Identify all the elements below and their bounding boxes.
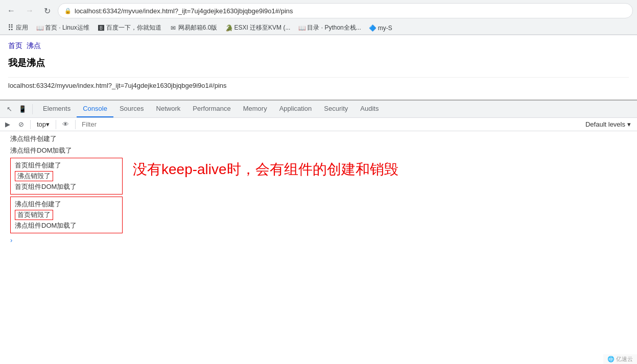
tab-network[interactable]: Network <box>150 101 187 117</box>
prompt-icon: › <box>10 236 12 244</box>
tab-audits[interactable]: Audits <box>354 101 385 117</box>
page-title: 我是沸点 <box>8 57 629 69</box>
my-icon: 🔷 <box>369 25 376 32</box>
toolbar-separator-2 <box>56 120 56 129</box>
tab-security[interactable]: Security <box>318 101 354 117</box>
bookmark-esxi[interactable]: 🐊 ESXI 迁移至KVM (... <box>222 22 293 33</box>
tab-memory[interactable]: Memory <box>237 101 273 117</box>
bookmark-esxi-label: ESXI 迁移至KVM (... <box>234 23 290 32</box>
email-icon: ✉ <box>170 25 177 32</box>
console-line-2: 沸点组件DOM加载了 <box>0 145 637 157</box>
python-book-icon: 📖 <box>298 25 305 32</box>
devtools-icon-group: ↖ 📱 <box>2 102 37 116</box>
group1-boxed-1: 沸点销毁了 <box>15 171 53 181</box>
browser-chrome: localhost:63342/myvue/index.html?_ijt=7u… <box>0 0 637 35</box>
tab-application[interactable]: Application <box>273 101 318 117</box>
play-icon: ▶ <box>5 120 10 128</box>
group1-line-1: 首页组件创建了 <box>15 160 118 171</box>
toolbar-separator-1 <box>30 120 31 129</box>
context-chevron: ▾ <box>46 120 50 128</box>
levels-label: Default levels <box>585 120 625 128</box>
back-icon <box>7 6 15 15</box>
device-toggle-button[interactable]: 📱 <box>16 104 29 114</box>
toolbar-separator-3 <box>75 120 76 129</box>
annotation-text: 没有keep-alive时，会有组件的创建和销毁 <box>133 160 398 179</box>
bookmark-python-label: 目录 · Python全栈... <box>307 23 361 32</box>
devtools-tabs: Elements Console Sources Network Perform… <box>37 101 635 117</box>
url-display: localhost:63342/myvue/index.html?_ijt=7u… <box>8 77 629 93</box>
tab-sources[interactable]: Sources <box>113 101 150 117</box>
page-content: 首页 沸点 我是沸点 localhost:63342/myvue/index.h… <box>0 35 637 100</box>
bookmark-email-label: 网易邮箱6.0版 <box>178 23 218 32</box>
lock-icon <box>64 7 72 14</box>
tab-separator <box>32 104 33 114</box>
inspect-icon: ↖ <box>7 105 12 113</box>
address-bar[interactable]: localhost:63342/myvue/index.html?_ijt=7u… <box>58 3 633 18</box>
bookmark-email[interactable]: ✉ 网易邮箱6.0版 <box>167 22 221 33</box>
context-label: top <box>37 120 46 128</box>
breadcrumb-home[interactable]: 首页 <box>8 41 22 51</box>
address-text: localhost:63342/myvue/index.html?_ijt=7u… <box>75 7 626 15</box>
bookmark-my-s[interactable]: 🔷 my-S <box>366 23 395 33</box>
bookmark-home-linux[interactable]: 📖 首页 · Linux运维 <box>33 22 92 33</box>
tab-performance[interactable]: Performance <box>186 101 237 117</box>
bookmark-my-s-label: my-S <box>378 25 392 32</box>
clear-console-button[interactable]: ▶ <box>2 119 13 130</box>
console-toolbar: ▶ ⊘ top ▾ 👁 Default levels ▾ <box>0 118 637 131</box>
footer: 🌐 亿速云 <box>603 354 637 364</box>
stop-icon: ⊘ <box>18 120 24 128</box>
group2-line-2: 首页销毁了 <box>15 209 118 221</box>
filter-input[interactable] <box>79 119 579 129</box>
apps-icon <box>7 25 14 32</box>
breadcrumb-pins[interactable]: 沸点 <box>27 41 41 51</box>
device-icon: 📱 <box>18 105 27 113</box>
bookmark-apps[interactable]: 应用 <box>4 22 31 33</box>
esxi-icon: 🐊 <box>225 25 232 32</box>
tab-console[interactable]: Console <box>77 101 113 117</box>
group2-line-1: 沸点组件创建了 <box>15 199 118 209</box>
group2-boxed-1: 首页销毁了 <box>15 210 53 220</box>
levels-chevron: ▾ <box>627 120 631 128</box>
nav-bar: localhost:63342/myvue/index.html?_ijt=7u… <box>0 0 637 21</box>
yiyun-icon: 🌐 <box>607 356 615 362</box>
bookmarks-bar: 应用 📖 首页 · Linux运维 🅱 百度一下，你就知道 ✉ 网易邮箱6.0版… <box>0 21 637 35</box>
tab-elements[interactable]: Elements <box>37 101 77 117</box>
context-dropdown[interactable]: top ▾ <box>34 119 53 129</box>
baidu-icon: 🅱 <box>98 25 105 32</box>
bookmark-baidu-label: 百度一下，你就知道 <box>106 23 161 32</box>
book-icon: 📖 <box>36 25 43 32</box>
console-group-2: 沸点组件创建了 首页销毁了 沸点组件DOM加载了 <box>10 197 123 233</box>
eye-icon: 👁 <box>62 120 69 128</box>
group1-line-3: 首页组件DOM加载了 <box>15 182 118 192</box>
forward-button[interactable] <box>22 4 37 17</box>
bookmark-apps-label: 应用 <box>16 23 28 32</box>
console-group-2-container: 沸点组件创建了 首页销毁了 沸点组件DOM加载了 <box>10 197 633 233</box>
inspect-element-button[interactable]: ↖ <box>4 104 15 114</box>
console-group-1-row: 首页组件创建了 沸点销毁了 首页组件DOM加载了 没有keep-alive时，会… <box>10 158 633 195</box>
bookmark-baidu[interactable]: 🅱 百度一下，你就知道 <box>95 22 164 33</box>
footer-text: 亿速云 <box>616 356 633 362</box>
stop-button[interactable]: ⊘ <box>15 119 27 130</box>
group2-line-3: 沸点组件DOM加载了 <box>15 221 118 231</box>
levels-dropdown[interactable]: Default levels ▾ <box>581 119 635 129</box>
bookmark-python[interactable]: 📖 目录 · Python全栈... <box>295 22 364 33</box>
eye-button[interactable]: 👁 <box>59 119 72 130</box>
forward-icon <box>26 6 34 15</box>
devtools-tabs-bar: ↖ 📱 Elements Console Sources Network Per… <box>0 101 637 118</box>
console-prompt[interactable]: › <box>0 235 637 245</box>
console-line-1: 沸点组件创建了 <box>0 133 637 145</box>
bookmark-home-linux-label: 首页 · Linux运维 <box>45 23 89 32</box>
group1-line-2: 沸点销毁了 <box>15 171 53 182</box>
back-button[interactable] <box>4 4 18 17</box>
reload-button[interactable] <box>41 4 54 18</box>
breadcrumb: 首页 沸点 <box>8 41 629 51</box>
reload-icon <box>44 6 51 16</box>
console-output: 沸点组件创建了 沸点组件DOM加载了 首页组件创建了 沸点销毁了 首页组件DOM… <box>0 131 637 247</box>
console-group-1: 首页组件创建了 沸点销毁了 首页组件DOM加载了 <box>10 158 123 195</box>
devtools-panel: ↖ 📱 Elements Console Sources Network Per… <box>0 100 637 247</box>
